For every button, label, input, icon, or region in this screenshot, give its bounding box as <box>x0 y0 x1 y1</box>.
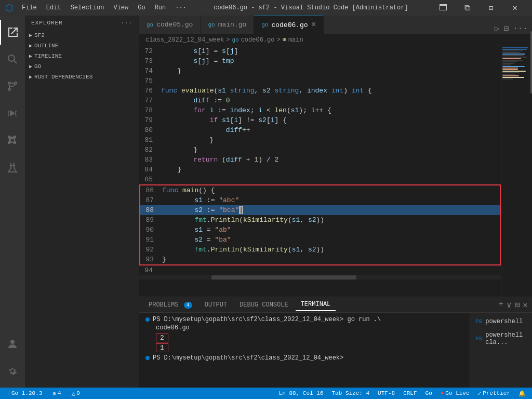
menu-view[interactable]: View <box>109 3 132 12</box>
sidebar-item-outline[interactable]: ▶ OUTLINE <box>25 41 139 51</box>
more-actions-icon[interactable]: ··· <box>513 24 528 33</box>
status-encoding[interactable]: UTF-8 <box>376 390 397 397</box>
code-line-89: 89 fmt.Println(kSimilarity(s1, s2)) <box>140 215 500 225</box>
code-line-78: 78 for i := index; i < len(s1); i++ { <box>139 105 501 115</box>
explorer-menu[interactable]: ··· <box>121 20 132 26</box>
breadcrumb-file[interactable]: code06.go <box>241 36 275 44</box>
line-num-91: 91 <box>140 235 162 245</box>
outline-label: OUTLINE <box>34 43 58 49</box>
layout-icon[interactable]: 🗖 <box>431 0 455 16</box>
line-num-73: 73 <box>139 56 161 66</box>
powershell-session-1[interactable]: PS powershell <box>470 315 532 328</box>
line-code-86: func main() { <box>162 185 500 195</box>
code-line-92: 92 fmt.Println(kSimilarity(s1, s2)) <box>140 245 500 255</box>
menu-edit[interactable]: Edit <box>42 3 65 12</box>
close-panel-icon[interactable]: ✕ <box>523 300 528 310</box>
terminal-tab-bar: PROBLEMS 4 OUTPUT DEBUG CONSOLE TERMINAL… <box>139 297 532 313</box>
tab-code06[interactable]: go code06.go × <box>254 16 324 34</box>
go-version-text: Go 1.20.3 <box>11 390 42 396</box>
status-cursor-position[interactable]: Ln 88, Col 16 <box>277 390 326 397</box>
split-terminal-icon[interactable]: ∨ <box>507 300 512 310</box>
editor-area: go code05.go go main.go go code06.go × ▷… <box>139 16 532 388</box>
breadcrumb-folder[interactable]: class_2022_12_04_week <box>145 36 224 44</box>
terminal-main[interactable]: PS D:\mysetup\gopath\src\sf2\class_2022_… <box>139 313 470 388</box>
minimap-line <box>502 57 527 58</box>
line-code-92: fmt.Println(kSimilarity(s1, s2)) <box>162 245 500 255</box>
breadcrumb-func[interactable]: main <box>288 36 303 44</box>
status-warnings[interactable]: △ 0 <box>70 390 82 397</box>
status-tab-size[interactable]: Tab Size: 4 <box>329 390 371 397</box>
menu-bar[interactable]: File Edit Selection View Go Run ··· <box>18 3 191 12</box>
activity-extensions[interactable] <box>0 128 25 153</box>
minimap-line <box>502 52 520 53</box>
terminal-actions: + ∨ ⊟ ✕ <box>498 300 528 310</box>
tab-code05[interactable]: go code05.go <box>139 16 201 34</box>
sidebar-item-sf2[interactable]: ▶ SF2 <box>25 30 139 41</box>
code-area[interactable]: 72 s[i] = s[j] 73 s[j] = tmp 74 } 75 <box>139 46 501 297</box>
svg-point-4 <box>8 82 10 84</box>
close-button[interactable]: ✕ <box>503 0 527 16</box>
split-editor-icon[interactable]: ⊟ <box>504 23 509 34</box>
scrollbar-thumb[interactable] <box>211 275 356 280</box>
menu-selection[interactable]: Selection <box>66 3 109 12</box>
line-num-76: 76 <box>139 86 161 96</box>
problems-label: PROBLEMS <box>149 301 179 309</box>
powershell-icon: PS <box>475 318 482 325</box>
activity-settings[interactable] <box>0 358 25 383</box>
status-go-live[interactable]: ● Go Live <box>438 390 472 397</box>
horizontal-scrollbar[interactable] <box>139 275 501 280</box>
breadcrumb-sep2: > <box>276 36 280 44</box>
tab-output[interactable]: OUTPUT <box>200 299 232 311</box>
status-errors[interactable]: ⊗ 4 <box>50 390 63 397</box>
chevron-right-icon2: ▶ <box>29 43 32 49</box>
window-title: code06.go - sf2 - Visual Studio Code [Ad… <box>195 4 427 11</box>
activity-source-control[interactable] <box>0 74 25 99</box>
activity-explorer[interactable] <box>0 20 25 45</box>
sf2-label: SF2 <box>34 32 45 38</box>
tab-close-icon[interactable]: × <box>311 21 316 29</box>
status-line-ending[interactable]: CRLF <box>401 390 419 397</box>
restore-button[interactable]: ⊟ <box>479 0 503 16</box>
powershell-session-2[interactable]: PS powershell cla... <box>470 328 532 349</box>
tab-debug-console[interactable]: DEBUG CONSOLE <box>234 299 294 311</box>
line-num-89: 89 <box>140 215 162 225</box>
menu-run[interactable]: Run <box>151 3 170 12</box>
sidebar-item-timeline[interactable]: ▶ TIMELINE <box>25 51 139 61</box>
prettier-check-icon: ✓ <box>478 390 482 397</box>
sidebar-item-go[interactable]: ▶ GO <box>25 61 139 72</box>
status-go-version[interactable]: ⑂ Go 1.20.3 <box>4 390 44 396</box>
maximize-button[interactable]: ⧉ <box>455 0 479 16</box>
line-code-84: } <box>161 165 501 175</box>
status-notifications[interactable]: 🔔 <box>516 390 528 397</box>
window-controls[interactable]: 🗖 ⧉ ⊟ ✕ <box>431 0 527 16</box>
debug-console-label: DEBUG CONSOLE <box>240 301 288 309</box>
status-prettier[interactable]: ✓ Prettier <box>476 390 512 397</box>
sidebar-section-go: ▶ GO <box>25 61 139 72</box>
line-num-74: 74 <box>139 66 161 76</box>
status-language[interactable]: Go <box>423 390 434 397</box>
new-terminal-icon[interactable]: + <box>498 300 503 310</box>
activity-account[interactable] <box>0 331 25 356</box>
error-count: 4 <box>58 390 61 396</box>
vscode-icon: ⬡ <box>5 2 14 14</box>
maximize-panel-icon[interactable]: ⊟ <box>515 300 520 310</box>
line-code-90: s1 = "ab" <box>162 225 500 235</box>
run-icon[interactable]: ▷ <box>495 23 500 34</box>
sidebar-item-rust[interactable]: ▶ RUST DEPENDENCIES <box>25 72 139 82</box>
tab-problems[interactable]: PROBLEMS 4 <box>143 299 197 311</box>
output-box-1: 1 <box>156 343 168 352</box>
terminal-prompt-text2: PS D:\mysetup\gopath\src\sf2\class_2022_… <box>153 354 343 362</box>
menu-file[interactable]: File <box>18 3 41 12</box>
warning-count: 0 <box>76 390 80 396</box>
tab-terminal[interactable]: TERMINAL <box>296 299 336 311</box>
activity-search[interactable] <box>0 47 25 72</box>
code-line-91: 91 s2 = "ba" <box>140 235 500 245</box>
line-code-93: } <box>162 255 500 264</box>
menu-go[interactable]: Go <box>134 3 149 12</box>
activity-test[interactable] <box>0 155 25 180</box>
activity-run-debug[interactable] <box>0 101 25 126</box>
code-line-80: 80 diff++ <box>139 125 501 135</box>
menu-more[interactable]: ··· <box>171 3 191 12</box>
svg-point-3 <box>15 82 17 84</box>
tab-main[interactable]: go main.go <box>201 16 254 34</box>
